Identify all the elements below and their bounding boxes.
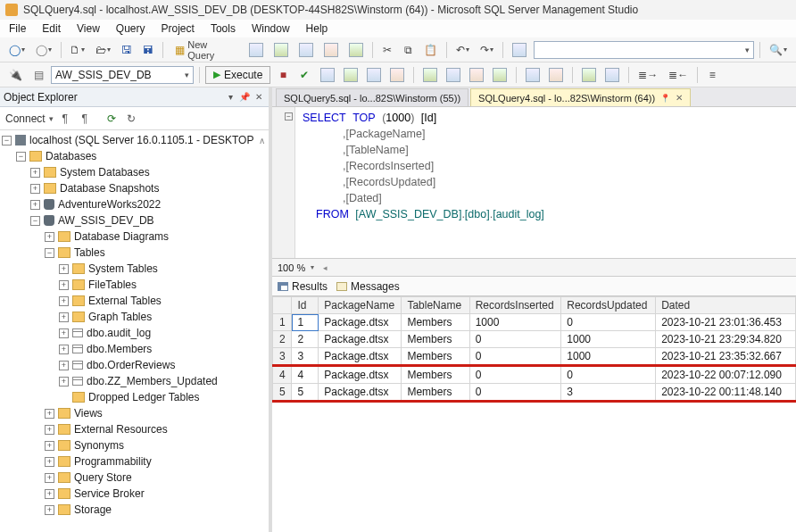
- tree-external-tables[interactable]: External Tables: [88, 295, 162, 307]
- expand-icon[interactable]: +: [30, 168, 40, 178]
- solution-config-combo[interactable]: [534, 41, 754, 59]
- connect-refresh-icon[interactable]: ↻: [123, 111, 139, 127]
- cell-tablename[interactable]: Members: [402, 331, 469, 348]
- save-all-button[interactable]: 🖬: [139, 41, 157, 59]
- paste-button[interactable]: 📋: [421, 41, 442, 59]
- collapse-icon[interactable]: −: [285, 112, 293, 121]
- row-number[interactable]: 4: [273, 366, 292, 384]
- results-file-icon[interactable]: [522, 66, 543, 84]
- col-packagename[interactable]: PackageName: [319, 297, 402, 314]
- available-db-icon[interactable]: ▤: [29, 66, 47, 84]
- tree-awssis[interactable]: AW_SSIS_DEV_DB: [58, 214, 154, 227]
- tree-table-orderreviews[interactable]: dbo.OrderReviews: [87, 359, 175, 371]
- nav-fwd-button[interactable]: ◯▾: [32, 41, 55, 59]
- tree-table-audit-log[interactable]: dbo.audit_log: [87, 327, 151, 339]
- row-number[interactable]: 5: [273, 384, 292, 402]
- cell-recordsupdated[interactable]: 3: [561, 384, 656, 402]
- row-number[interactable]: 2: [273, 331, 292, 348]
- specify-values-icon[interactable]: ≣←: [665, 66, 692, 84]
- tree-dropped-ledger[interactable]: Dropped Ledger Tables: [88, 391, 200, 403]
- redo-button[interactable]: ↷▾: [477, 41, 497, 59]
- panel-pin-icon[interactable]: 📌: [238, 91, 251, 104]
- xmla-query-icon[interactable]: [320, 41, 342, 59]
- col-id[interactable]: Id: [292, 297, 319, 314]
- cell-id[interactable]: 4: [292, 366, 319, 384]
- db-engine-query-icon[interactable]: [245, 41, 267, 59]
- connect-filter-icon[interactable]: ¶: [57, 111, 73, 127]
- cell-dated[interactable]: 2023-10-21 23:29:34.820: [656, 331, 796, 348]
- col-tablename[interactable]: TableName: [402, 297, 469, 314]
- menu-tools[interactable]: Tools: [211, 22, 236, 35]
- results-grid[interactable]: Id PackageName TableName RecordsInserted…: [272, 296, 796, 532]
- col-recordsupdated[interactable]: RecordsUpdated: [561, 297, 656, 314]
- table-row[interactable]: 11Package.dtsxMembers100002023-10-21 23:…: [273, 314, 796, 331]
- tree-query-store[interactable]: Query Store: [74, 471, 132, 484]
- menu-project[interactable]: Project: [162, 22, 195, 35]
- tree-adventureworks[interactable]: AdventureWorks2022: [58, 198, 161, 211]
- table-row[interactable]: 44Package.dtsxMembers002023-10-22 00:07:…: [273, 366, 796, 384]
- tree-programmability[interactable]: Programmability: [74, 455, 152, 468]
- comment-icon[interactable]: [545, 66, 567, 84]
- expand-icon[interactable]: −: [45, 248, 54, 258]
- execute-button[interactable]: ▶Execute: [205, 66, 270, 84]
- expand-icon[interactable]: +: [59, 280, 69, 290]
- intellisense-icon[interactable]: [363, 66, 385, 84]
- find-button[interactable]: 🔍▾: [766, 41, 791, 59]
- tree-storage[interactable]: Storage: [74, 503, 112, 516]
- expand-icon[interactable]: +: [59, 296, 69, 306]
- cell-dated[interactable]: 2023-10-22 00:07:12.090: [656, 366, 796, 384]
- tab-sqlquery4[interactable]: SQLQuery4.sql - lo...82S\Winstorm (64))📍…: [470, 88, 691, 106]
- expand-icon[interactable]: +: [45, 505, 54, 515]
- row-number[interactable]: 3: [273, 348, 292, 366]
- mdx-query-icon[interactable]: [270, 41, 292, 59]
- tree-table-zz-members[interactable]: dbo.ZZ_Members_Updated: [87, 375, 218, 387]
- copy-button[interactable]: ⧉: [400, 41, 418, 59]
- cell-tablename[interactable]: Members: [402, 348, 469, 366]
- open-button[interactable]: 🗁▾: [92, 41, 114, 59]
- expand-icon[interactable]: +: [59, 312, 69, 322]
- sql-editor[interactable]: − SELECT TOP (1000) [Id] ,[PackageName] …: [272, 107, 796, 259]
- cell-recordsinserted[interactable]: 0: [469, 331, 561, 348]
- tree-system-databases[interactable]: System Databases: [60, 166, 150, 179]
- tree-db-snapshots[interactable]: Database Snapshots: [60, 182, 159, 195]
- expand-icon[interactable]: +: [45, 441, 54, 451]
- tab-results[interactable]: Results: [278, 278, 328, 295]
- menu-file[interactable]: File: [9, 22, 26, 35]
- cell-dated[interactable]: 2023-10-21 23:35:32.667: [656, 348, 796, 366]
- expand-icon[interactable]: +: [59, 377, 69, 387]
- database-combo[interactable]: AW_SSIS_DEV_DB: [51, 66, 194, 84]
- new-button[interactable]: 🗋▾: [67, 41, 89, 59]
- cell-dated[interactable]: 2023-10-21 23:01:36.453: [656, 314, 796, 331]
- pin-icon[interactable]: 📍: [660, 94, 670, 103]
- cell-recordsinserted[interactable]: 0: [469, 384, 561, 402]
- tree-service-broker[interactable]: Service Broker: [74, 487, 145, 500]
- connect-label[interactable]: Connect: [5, 112, 46, 125]
- cell-id[interactable]: 5: [292, 384, 319, 402]
- cell-dated[interactable]: 2023-10-22 00:11:48.140: [656, 384, 796, 402]
- panel-dropdown-icon[interactable]: ▾: [224, 91, 236, 104]
- surround-icon[interactable]: ≡: [703, 66, 721, 84]
- expand-icon[interactable]: +: [45, 457, 54, 467]
- tree-server[interactable]: localhost (SQL Server 16.0.1105.1 - DESK…: [29, 134, 253, 146]
- display-plan-icon[interactable]: [317, 66, 338, 84]
- expand-icon[interactable]: +: [30, 184, 40, 194]
- expand-icon[interactable]: +: [45, 409, 54, 419]
- expand-icon[interactable]: +: [59, 328, 69, 338]
- tree-synonyms[interactable]: Synonyms: [74, 439, 124, 452]
- chevron-down-icon[interactable]: ▾: [311, 263, 314, 271]
- cell-recordsupdated[interactable]: 0: [561, 314, 656, 331]
- expand-icon[interactable]: +: [45, 425, 54, 435]
- undo-button[interactable]: ↶▾: [452, 41, 473, 59]
- tab-messages[interactable]: Messages: [336, 278, 400, 295]
- expand-icon[interactable]: +: [59, 345, 69, 354]
- code-area[interactable]: SELECT TOP (1000) [Id] ,[PackageName] ,[…: [295, 107, 796, 258]
- close-icon[interactable]: ✕: [676, 93, 683, 103]
- parse-button[interactable]: ✔: [295, 66, 313, 84]
- cell-packagename[interactable]: Package.dtsx: [319, 348, 402, 366]
- tree-tables[interactable]: Tables: [74, 246, 105, 259]
- cell-tablename[interactable]: Members: [402, 314, 469, 331]
- cell-packagename[interactable]: Package.dtsx: [319, 314, 402, 331]
- tree-table-members[interactable]: dbo.Members: [87, 343, 152, 355]
- cell-packagename[interactable]: Package.dtsx: [319, 331, 402, 348]
- cell-packagename[interactable]: Package.dtsx: [319, 366, 402, 384]
